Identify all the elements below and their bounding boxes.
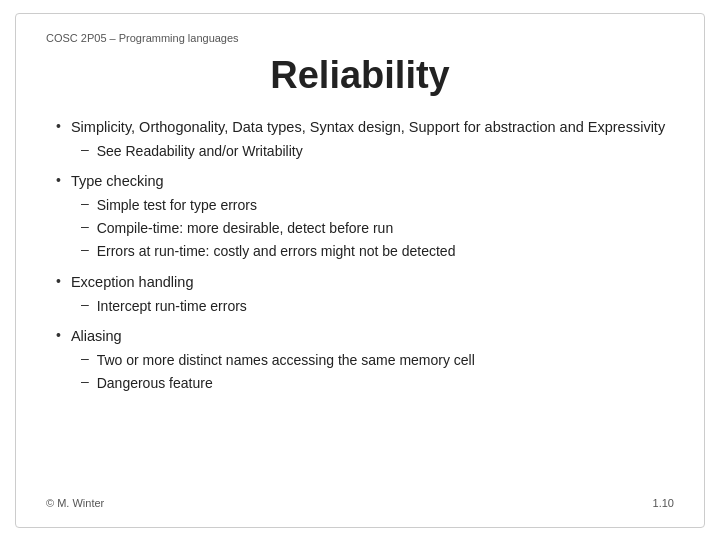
sub-bullet: –Two or more distinct names accessing th… xyxy=(81,350,475,370)
sub-text: Two or more distinct names accessing the… xyxy=(97,350,475,370)
sub-bullet: –Compile-time: more desirable, detect be… xyxy=(81,218,456,238)
sub-bullet: –Simple test for type errors xyxy=(81,195,456,215)
bullet-dot: • xyxy=(56,273,61,289)
sub-dash: – xyxy=(81,296,89,312)
sub-text: Simple test for type errors xyxy=(97,195,257,215)
sub-bullet: –Dangerous feature xyxy=(81,373,475,393)
slide-title: Reliability xyxy=(46,54,674,97)
bullet-dot: • xyxy=(56,172,61,188)
sub-dash: – xyxy=(81,218,89,234)
sub-bullet: –See Readability and/or Writability xyxy=(81,141,665,161)
bullet-item: •Simplicity, Orthogonality, Data types, … xyxy=(56,117,674,161)
bullet-dot: • xyxy=(56,327,61,343)
sub-text: See Readability and/or Writability xyxy=(97,141,303,161)
sub-text: Dangerous feature xyxy=(97,373,213,393)
bullet-main-text: Type checking xyxy=(71,171,456,192)
sub-bullet: –Intercept run-time errors xyxy=(81,296,247,316)
sub-text: Intercept run-time errors xyxy=(97,296,247,316)
sub-dash: – xyxy=(81,350,89,366)
sub-text: Compile-time: more desirable, detect bef… xyxy=(97,218,393,238)
sub-dash: – xyxy=(81,141,89,157)
bullet-item: •Aliasing–Two or more distinct names acc… xyxy=(56,326,674,394)
bullet-text-wrap: Exception handling–Intercept run-time er… xyxy=(71,272,247,316)
bullet-text-wrap: Type checking–Simple test for type error… xyxy=(71,171,456,262)
footer-left: © M. Winter xyxy=(46,497,104,509)
content-area: •Simplicity, Orthogonality, Data types, … xyxy=(46,117,674,485)
sub-dash: – xyxy=(81,373,89,389)
bullet-text-wrap: Aliasing–Two or more distinct names acce… xyxy=(71,326,475,394)
bullet-main-text: Simplicity, Orthogonality, Data types, S… xyxy=(71,117,665,138)
bullet-item: •Exception handling–Intercept run-time e… xyxy=(56,272,674,316)
header-label: COSC 2P05 – Programming languages xyxy=(46,32,674,44)
sub-text: Errors at run-time: costly and errors mi… xyxy=(97,241,456,261)
footer: © M. Winter 1.10 xyxy=(46,493,674,509)
bullet-text-wrap: Simplicity, Orthogonality, Data types, S… xyxy=(71,117,665,161)
bullet-main-text: Exception handling xyxy=(71,272,247,293)
sub-dash: – xyxy=(81,241,89,257)
bullet-dot: • xyxy=(56,118,61,134)
sub-bullet: –Errors at run-time: costly and errors m… xyxy=(81,241,456,261)
bullet-item: •Type checking–Simple test for type erro… xyxy=(56,171,674,262)
bullet-main-text: Aliasing xyxy=(71,326,475,347)
footer-right: 1.10 xyxy=(653,497,674,509)
slide: COSC 2P05 – Programming languages Reliab… xyxy=(15,13,705,528)
sub-dash: – xyxy=(81,195,89,211)
